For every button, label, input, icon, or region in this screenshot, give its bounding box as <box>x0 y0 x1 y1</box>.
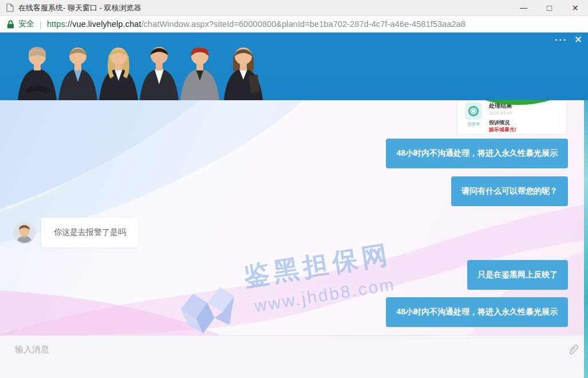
minimize-button[interactable]: — <box>511 0 536 15</box>
chat-header: ··· ✕ <box>0 33 588 100</box>
url-path: /chatWindow.aspx?siteId=60000800&planId=… <box>141 19 465 29</box>
card-status-label: 已受理 <box>468 121 480 127</box>
card-alert-text: 娱乐城暴光! <box>489 127 561 132</box>
browser-titlebar: 在线客服系统- 聊天窗口 - 双核浏览器 — □ ✕ <box>0 0 588 16</box>
address-bar[interactable]: 安全 | https://vue.livelyhelp.chat/chatWin… <box>0 16 588 33</box>
page-icon <box>6 3 14 12</box>
url-scheme: https <box>47 19 65 29</box>
chat-close-icon[interactable]: ✕ <box>574 34 582 46</box>
message-input[interactable] <box>0 336 588 378</box>
url-field[interactable]: https://vue.livelyhelp.chat/chatWindow.a… <box>47 19 465 29</box>
message-bubble-right: 48小时内不沟通处理，将进入永久性暴光展示 <box>386 139 568 168</box>
close-button[interactable]: ✕ <box>562 0 588 15</box>
card-status-icon <box>465 103 482 120</box>
chat-scrollbar[interactable] <box>584 100 588 378</box>
card-subtitle: 投诉情况 <box>489 120 561 125</box>
address-separator: | <box>40 19 42 29</box>
agents-photo <box>17 36 263 100</box>
url-delimiter: :// <box>65 19 72 29</box>
paperclip-icon[interactable] <box>566 343 580 357</box>
card-date: 2021-01-07 <box>489 111 561 116</box>
chat-window: ··· ✕ 鉴黑担保网 www.jhdb8.com <box>0 33 588 378</box>
lock-icon <box>7 20 14 29</box>
message-bubble-right: 只是在鉴黑网上反映了 <box>467 260 568 290</box>
message-bubble-right: 48小时内不沟通处理，将进入永久性暴光展示 <box>386 297 568 327</box>
url-domain: vue.livelyhelp.chat <box>72 19 141 29</box>
window-title: 在线客服系统- 聊天窗口 - 双核浏览器 <box>18 3 511 13</box>
customer-avatar <box>14 222 35 243</box>
message-input-area <box>0 335 588 378</box>
chat-body: 鉴黑担保网 www.jhdb8.com 已受理 处理结果 2021-01-07 … <box>0 100 588 335</box>
complaint-card[interactable]: 已受理 处理结果 2021-01-07 投诉情况 娱乐城暴光! <box>457 100 567 135</box>
message-bubble-left: 你这是去报警了是吗 <box>41 218 139 247</box>
secure-label[interactable]: 安全 <box>18 19 34 29</box>
maximize-button[interactable]: □ <box>536 0 562 15</box>
ellipsis-menu-icon[interactable]: ··· <box>555 34 567 46</box>
message-bubble-right: 请问有什么可以帮您的呢？ <box>451 176 568 206</box>
